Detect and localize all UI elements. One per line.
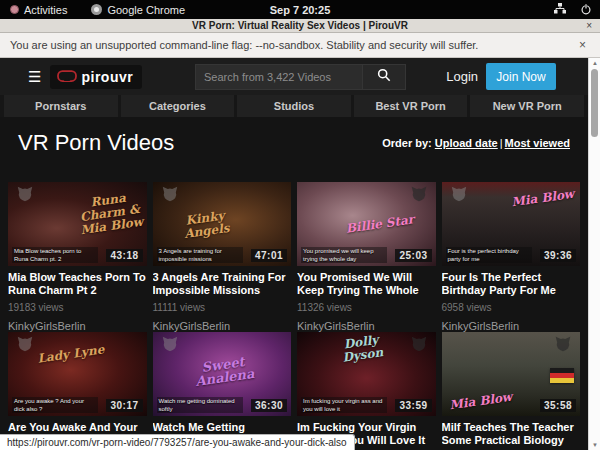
duration-badge: 43:18 — [106, 249, 142, 262]
scrollbar-up-icon[interactable]: ▲ — [589, 58, 600, 68]
video-studio-link[interactable]: KinkyGirlsBerlin — [297, 320, 436, 332]
video-title[interactable]: Mia Blow Teaches Porn To Runa Charm Pt 2 — [8, 271, 147, 297]
video-studio-link[interactable]: KinkyGirlsBerlin — [153, 320, 292, 332]
thumbnail-caption: 3 Angels are training for impossible mis… — [157, 247, 243, 263]
video-views: 19183 views — [8, 302, 147, 313]
scrollbar-thumb[interactable] — [591, 69, 598, 137]
video-card: Lady Lyne Are you awake ? And your dick … — [8, 332, 147, 450]
duration-badge: 35:58 — [540, 399, 576, 412]
menu-icon[interactable]: ☰ — [28, 68, 41, 86]
video-thumbnail[interactable]: Dolly Dyson Im fucking your virgin ass a… — [297, 332, 436, 416]
cat-mask-watermark-icon — [161, 186, 179, 206]
page-scrollbar[interactable]: ▲ ▼ — [588, 58, 600, 450]
video-title[interactable]: You Promised We Will Keep Trying The Who… — [297, 271, 436, 297]
video-card: Mia Blow 35:58 Milf Teaches The Teacher … — [442, 332, 581, 450]
search-icon — [377, 68, 391, 86]
video-title[interactable]: 3 Angels Are Training For Impossible Mis… — [153, 271, 292, 297]
power-icon[interactable] — [580, 3, 592, 17]
thumbnail-overlay-title: Lady Lyne — [35, 343, 106, 366]
cat-mask-watermark-icon — [410, 186, 428, 206]
nav-item-categories[interactable]: Categories — [121, 95, 235, 117]
cat-mask-watermark-icon — [450, 186, 468, 206]
network-icon[interactable] — [554, 3, 566, 16]
duration-badge: 30:17 — [106, 399, 142, 412]
video-studio-link[interactable]: KinkyGirlsBerlin — [442, 320, 581, 332]
page-title: VR Porn Videos — [18, 130, 174, 156]
site-logo[interactable]: pirouvr — [50, 65, 142, 89]
activities-button[interactable]: Activities — [10, 4, 67, 16]
thumbnail-overlay-title: Runa Charm & Mia Blow — [72, 189, 146, 237]
site-logo-text: pirouvr — [81, 69, 133, 85]
thumbnail-overlay-title: Billie Star — [344, 213, 415, 236]
duration-badge: 33:59 — [395, 399, 431, 412]
nav-item-best-vr-porn[interactable]: Best VR Porn — [354, 95, 468, 117]
duration-badge: 39:36 — [540, 249, 576, 262]
duration-badge: 25:03 — [395, 249, 431, 262]
page-viewport: ☰ pirouvr Login Join Now Pornstars — [0, 58, 588, 450]
video-card: Sweet Analena Watch me getting dominated… — [153, 332, 292, 450]
thumbnail-overlay-title: Kinky Angels — [169, 207, 242, 242]
nav-item-studios[interactable]: Studios — [237, 95, 351, 117]
activities-label: Activities — [24, 4, 67, 16]
video-grid: Runa Charm & Mia Blow Mia Blow teaches p… — [8, 182, 580, 450]
content-area: VR Porn Videos Order by: Upload date|Mos… — [0, 117, 588, 450]
video-title[interactable]: Milf Teaches The Teacher Some Practical … — [442, 421, 581, 447]
german-flag-icon — [550, 368, 574, 383]
thumbnail-caption: Four is the perfect birthday party for m… — [446, 247, 532, 263]
video-studio-link[interactable]: KinkyGirlsBerlin — [8, 320, 147, 332]
video-card: Kinky Angels 3 Angels are training for i… — [153, 182, 292, 332]
order-by: Order by: Upload date|Most viewed — [382, 137, 570, 149]
warning-infobar: You are using an unsupported command-lin… — [0, 33, 600, 58]
main-nav: Pornstars Categories Studios Best VR Por… — [0, 95, 588, 117]
cat-mask-watermark-icon — [16, 336, 34, 356]
order-by-most-viewed-link[interactable]: Most viewed — [505, 137, 570, 149]
nav-item-new-vr-porn[interactable]: New VR Porn — [470, 95, 584, 117]
order-by-separator: | — [498, 137, 505, 149]
thumbnail-overlay-title: Sweet Analena — [187, 353, 260, 388]
thumbnail-caption: Im fucking your virgin ass and you will … — [301, 397, 387, 413]
video-thumbnail[interactable]: Mia Blow Four is the perfect birthday pa… — [442, 182, 581, 266]
video-views: 11326 views — [297, 302, 436, 313]
thumbnail-caption: Mia Blow teaches porn to Runa Charm pt. … — [12, 247, 98, 263]
search-bar — [195, 64, 406, 90]
app-menu-button[interactable]: Google Chrome — [91, 4, 185, 16]
duration-badge: 47:01 — [251, 249, 287, 262]
clock[interactable]: Sep 7 20:25 — [270, 4, 331, 16]
login-link[interactable]: Login — [446, 69, 478, 84]
nav-item-pornstars[interactable]: Pornstars — [4, 95, 118, 117]
cat-mask-watermark-icon — [410, 336, 428, 356]
scrollbar-down-icon[interactable]: ▼ — [589, 440, 600, 450]
video-title[interactable]: Four Is The Perfect Birthday Party For M… — [442, 271, 581, 297]
video-thumbnail[interactable]: Mia Blow 35:58 — [442, 332, 581, 416]
browser-tab-bar: VR Porn: Virtual Reality Sex Videos | Pi… — [0, 19, 600, 33]
order-by-upload-date-link[interactable]: Upload date — [435, 137, 498, 149]
tab-title[interactable]: VR Porn: Virtual Reality Sex Videos | Pi… — [192, 20, 408, 31]
video-card: Mia Blow Four is the perfect birthday pa… — [442, 182, 581, 332]
join-now-button[interactable]: Join Now — [486, 63, 556, 90]
duration-badge: 36:30 — [251, 399, 287, 412]
warning-close-icon[interactable]: × — [579, 38, 586, 52]
video-thumbnail[interactable]: Kinky Angels 3 Angels are training for i… — [153, 182, 292, 266]
thumbnail-overlay-title: Dolly Dyson — [326, 332, 399, 367]
search-input[interactable] — [195, 64, 362, 90]
cat-mask-watermark-icon — [16, 186, 34, 206]
vr-headset-icon — [57, 68, 77, 86]
video-thumbnail[interactable]: Lady Lyne Are you awake ? And your dick … — [8, 332, 147, 416]
tab-close-icon[interactable]: × — [586, 21, 592, 31]
video-thumbnail[interactable]: Runa Charm & Mia Blow Mia Blow teaches p… — [8, 182, 147, 266]
cat-mask-watermark-icon — [161, 336, 179, 356]
site-header: ☰ pirouvr Login Join Now — [0, 58, 588, 95]
video-card: Runa Charm & Mia Blow Mia Blow teaches p… — [8, 182, 147, 332]
warning-text: You are using an unsupported command-lin… — [0, 39, 478, 51]
chrome-icon — [91, 4, 102, 15]
video-card: Billie Star You promised we will keep tr… — [297, 182, 436, 332]
order-by-label: Order by: — [382, 137, 432, 149]
screen: Activities Google Chrome Sep 7 20:25 VR … — [0, 0, 600, 450]
status-url-bubble: https://pirouvr.com/vr-porn-video/779325… — [0, 434, 355, 450]
video-views: 11111 views — [153, 302, 292, 313]
thumbnail-overlay-title: Mia Blow — [445, 390, 516, 413]
video-thumbnail[interactable]: Sweet Analena Watch me getting dominated… — [153, 332, 292, 416]
system-top-bar: Activities Google Chrome Sep 7 20:25 — [0, 0, 600, 19]
video-thumbnail[interactable]: Billie Star You promised we will keep tr… — [297, 182, 436, 266]
search-button[interactable] — [362, 64, 406, 90]
